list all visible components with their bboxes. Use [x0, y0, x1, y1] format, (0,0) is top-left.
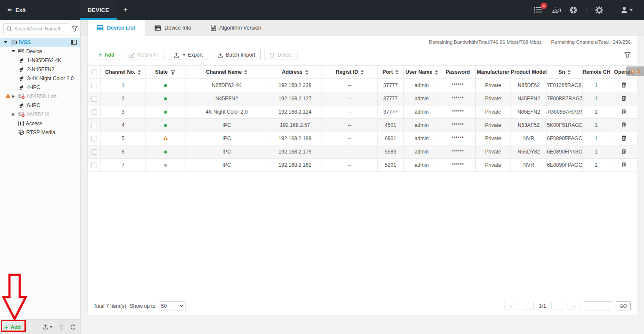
error-device-count: 5	[637, 68, 640, 74]
sidebar-export-button[interactable]	[43, 324, 53, 330]
delete-row-button[interactable]	[621, 108, 626, 114]
tree-item-6-ipc[interactable]: 6-IPC	[0, 101, 80, 110]
delete-button[interactable]: Delete	[264, 50, 298, 60]
search-input[interactable]	[14, 26, 61, 31]
delete-row-button[interactable]	[621, 135, 626, 141]
sort-icon[interactable]	[138, 70, 141, 75]
cell-remote-ch: 1	[583, 79, 610, 92]
cell-manufacturer: Private	[476, 145, 511, 159]
cell-manufacturer: Private	[476, 132, 511, 145]
sort-icon[interactable]	[568, 70, 571, 75]
row-checkbox[interactable]	[91, 136, 97, 141]
tree-expander-down[interactable]	[10, 50, 16, 52]
exit-button[interactable]: Exit	[0, 7, 80, 13]
settings-button[interactable]	[595, 6, 603, 14]
column-header-regist-id[interactable]: Regist ID	[322, 66, 378, 79]
sort-icon[interactable]	[435, 70, 438, 75]
first-page-button[interactable]: «	[504, 302, 517, 310]
prev-page-button[interactable]: ‹	[521, 302, 534, 310]
go-button[interactable]: GO	[616, 301, 631, 310]
column-header-port[interactable]: Port	[378, 66, 404, 79]
row-checkbox[interactable]	[91, 162, 97, 168]
tree-expander-right[interactable]	[10, 113, 16, 116]
row-checkbox[interactable]	[91, 149, 97, 155]
tree-item-label: 4-IPC	[27, 84, 40, 90]
panel-toggle-icon[interactable]	[71, 40, 77, 45]
next-page-button[interactable]: ›	[551, 302, 564, 310]
column-header-channel-name[interactable]: Channel Name	[185, 66, 268, 79]
tree-item-ivss[interactable]: IVSS	[0, 38, 80, 47]
tree-expander-right[interactable]	[10, 95, 16, 98]
cell-port: 6901	[378, 132, 404, 145]
operate-cell	[610, 92, 638, 105]
tree-item-2-n45efn2[interactable]: 2-N45EFN2	[0, 65, 80, 74]
tab-device-info[interactable]: Device Info	[145, 20, 201, 36]
tree-item-rtsp-media[interactable]: RTSP Media	[0, 128, 80, 137]
maintain-button[interactable]	[569, 6, 577, 14]
tree-item-3-4k-night-color-2-0[interactable]: 3-4K Night Color 2.0	[0, 74, 80, 83]
select-all-checkbox[interactable]	[91, 69, 97, 75]
tree-item-device[interactable]: Device	[0, 47, 80, 56]
tab-label: Algorithm Version	[219, 25, 261, 31]
filter-icon[interactable]	[170, 70, 176, 75]
modify-ip-button[interactable]: Modify IP	[124, 50, 164, 60]
sort-icon[interactable]	[305, 70, 308, 75]
tab-algorithm-version[interactable]: Algorithm Version	[201, 20, 271, 36]
offline-device-icon	[18, 112, 25, 117]
event-list-button[interactable]: 4	[534, 6, 543, 13]
device-info-icon	[155, 25, 161, 31]
offline-device-icon	[18, 94, 25, 99]
error-device-drawer-tab[interactable]: 5	[626, 66, 644, 76]
export-button[interactable]: Export	[168, 50, 209, 60]
delete-row-button[interactable]	[621, 162, 626, 168]
trash-icon	[270, 52, 275, 58]
row-checkbox[interactable]	[91, 123, 97, 128]
tree-filter-icon[interactable]	[72, 26, 78, 32]
refresh-icon[interactable]	[70, 324, 76, 330]
cell-regist-id: --	[322, 145, 378, 159]
column-header-channel-no[interactable]: Channel No.	[101, 66, 146, 79]
delete-row-button[interactable]	[621, 82, 626, 88]
row-checkbox[interactable]	[91, 96, 97, 102]
last-page-button[interactable]: »	[568, 302, 580, 310]
column-header-user-name[interactable]: User Name	[404, 66, 440, 79]
page-size-select[interactable]: 50	[159, 301, 185, 310]
tree-item-nvr5216[interactable]: NVR5216	[0, 110, 80, 119]
column-header-sn[interactable]: Sn	[547, 66, 583, 79]
row-checkbox[interactable]	[91, 109, 97, 115]
search-icon	[6, 26, 12, 32]
tab-device-list[interactable]: Device List	[87, 20, 145, 36]
cell-port: 37777	[378, 105, 404, 119]
sort-icon[interactable]	[395, 70, 398, 75]
sidebar-add-button[interactable]: + Add	[4, 323, 21, 331]
tree-item-n54b5n-lab[interactable]: N54B5N Lab	[0, 92, 80, 101]
sort-icon[interactable]	[244, 70, 247, 75]
tree-item-1-n85df62-4k[interactable]: 1-N85DF62 4K	[0, 56, 80, 65]
column-header-state[interactable]: State	[146, 66, 185, 79]
column-filter-icon[interactable]	[624, 52, 631, 58]
tree-expander-down[interactable]	[3, 41, 9, 43]
column-header-address[interactable]: Address	[268, 66, 322, 79]
alarm-siren-button[interactable]	[551, 6, 561, 14]
sort-icon[interactable]	[361, 70, 364, 75]
delete-row-button[interactable]	[621, 122, 626, 128]
operate-cell	[610, 119, 638, 132]
tree-item-access[interactable]: Access	[0, 119, 80, 128]
show-up-to-label: Show up to	[130, 303, 155, 309]
new-window-tab-button[interactable]: +	[117, 0, 134, 20]
goto-page-input[interactable]	[584, 301, 612, 310]
add-device-button[interactable]: + Add	[93, 50, 120, 60]
delete-row-button[interactable]	[621, 95, 626, 101]
user-icon	[621, 6, 628, 13]
row-checkbox[interactable]	[91, 83, 97, 88]
user-menu-button[interactable]	[621, 6, 633, 13]
tree-item-4-ipc[interactable]: 4-IPC	[0, 83, 80, 92]
column-label: Address	[282, 69, 302, 75]
cell-regist-id: --	[322, 132, 378, 145]
sidebar-delete-icon[interactable]	[59, 324, 64, 330]
tree-item-label: N54B5N Lab	[27, 93, 57, 99]
access-icon	[18, 121, 24, 126]
batch-import-button[interactable]: Batch Import	[212, 50, 261, 60]
device-window-tab[interactable]: DEVICE	[80, 0, 117, 20]
delete-row-button[interactable]	[621, 148, 626, 154]
